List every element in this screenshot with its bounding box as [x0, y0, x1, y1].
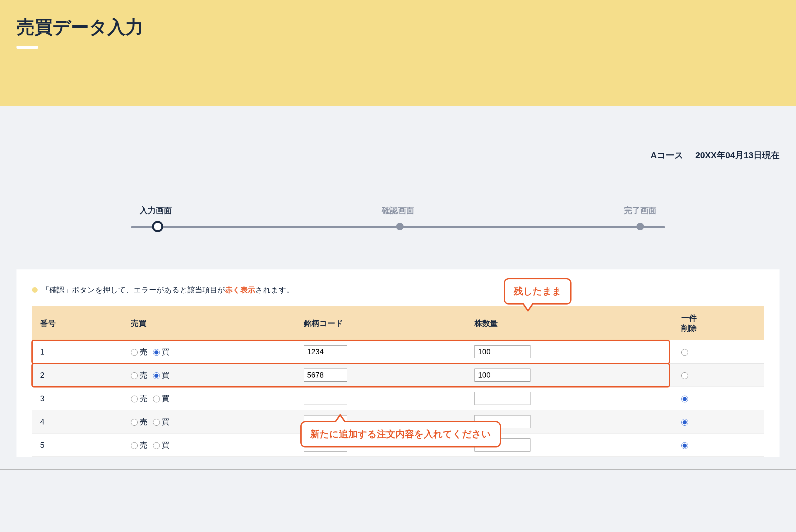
col-header-no: 番号: [32, 306, 123, 340]
step-dot-confirm: [396, 223, 404, 230]
col-header-side: 売買: [123, 306, 296, 340]
buy-label: 買: [162, 347, 169, 356]
buy-radio[interactable]: [153, 442, 160, 449]
sell-radio[interactable]: [131, 442, 138, 449]
error-hint: 「確認」ボタンを押して、エラーがあると該当項目が 赤く表示 されます。: [32, 285, 764, 295]
delete-cell: [673, 410, 764, 434]
delete-radio[interactable]: [681, 349, 688, 356]
qty-input[interactable]: [475, 368, 531, 382]
progress-stepper: 入力画面 確認画面 完了画面: [131, 205, 665, 232]
hint-post: されます。: [255, 285, 294, 295]
qty-input[interactable]: [475, 392, 531, 405]
sell-radio[interactable]: [131, 419, 138, 426]
asof-label: 20XX年04月13日現在: [695, 150, 779, 160]
qty-cell: [466, 340, 673, 364]
table-row: 2売買: [32, 364, 764, 387]
hint-red: 赤く表示: [225, 285, 255, 295]
callout-add-tail-icon: [335, 414, 346, 422]
code-input[interactable]: [304, 392, 347, 405]
delete-radio[interactable]: [681, 372, 688, 379]
buy-radio[interactable]: [153, 419, 160, 426]
context-info: Aコース 20XX年04月13日現在: [17, 150, 779, 161]
code-cell: [296, 387, 467, 410]
table-row: 1売買: [32, 340, 764, 364]
code-cell: [296, 340, 467, 364]
buy-label: 買: [162, 394, 169, 403]
delete-radio[interactable]: [681, 442, 688, 449]
course-label: Aコース: [650, 150, 683, 160]
step-label-input: 入力画面: [131, 205, 181, 216]
qty-cell: [466, 364, 673, 387]
order-form-card: 「確認」ボタンを押して、エラーがあると該当項目が 赤く表示 されます。 番号 売…: [17, 269, 779, 457]
side-cell: 売買: [123, 340, 296, 364]
buy-radio[interactable]: [153, 372, 160, 379]
sell-label: 売: [140, 371, 147, 379]
code-input[interactable]: [304, 345, 347, 358]
page-hero: 売買データ入力: [0, 0, 796, 106]
step-label-confirm: 確認画面: [373, 205, 423, 216]
sell-label: 売: [140, 347, 147, 356]
callout-keep-tail-icon: [522, 304, 534, 312]
buy-radio[interactable]: [153, 349, 160, 356]
buy-label: 買: [162, 371, 169, 379]
sell-label: 売: [140, 417, 147, 426]
side-cell: 売買: [123, 364, 296, 387]
buy-label: 買: [162, 441, 169, 449]
delete-cell: [673, 434, 764, 457]
side-cell: 売買: [123, 387, 296, 410]
table-row: 3売買: [32, 387, 764, 410]
col-header-del: 一件 削除: [673, 306, 764, 340]
col-header-code: 銘柄コード: [296, 306, 467, 340]
buy-label: 買: [162, 417, 169, 426]
hint-bullet-icon: [32, 287, 38, 293]
title-underline: [17, 46, 38, 49]
divider: [17, 174, 779, 174]
sell-label: 売: [140, 394, 147, 403]
qty-cell: [466, 387, 673, 410]
side-cell: 売買: [123, 434, 296, 457]
buy-radio[interactable]: [153, 396, 160, 402]
delete-cell: [673, 387, 764, 410]
step-dot-complete: [636, 223, 644, 230]
qty-input[interactable]: [475, 345, 531, 358]
delete-cell: [673, 340, 764, 364]
delete-cell: [673, 364, 764, 387]
col-header-qty: 株数量: [466, 306, 673, 340]
sell-radio[interactable]: [131, 349, 138, 356]
step-dot-input: [152, 221, 163, 232]
page-title: 売買データ入力: [17, 15, 779, 39]
row-number: 3: [32, 387, 123, 410]
row-number: 4: [32, 410, 123, 434]
callout-add: 新たに追加する注文内容を入れてください: [300, 421, 501, 448]
side-cell: 売買: [123, 410, 296, 434]
sell-radio[interactable]: [131, 396, 138, 402]
sell-radio[interactable]: [131, 372, 138, 379]
delete-radio[interactable]: [681, 396, 688, 402]
code-input[interactable]: [304, 368, 347, 382]
step-label-complete: 完了画面: [615, 205, 665, 216]
row-number: 1: [32, 340, 123, 364]
code-cell: [296, 364, 467, 387]
sell-label: 売: [140, 441, 147, 449]
delete-radio[interactable]: [681, 419, 688, 426]
callout-keep: 残したまま: [504, 278, 572, 305]
row-number: 2: [32, 364, 123, 387]
hint-pre: 「確認」ボタンを押して、エラーがあると該当項目が: [42, 285, 225, 295]
orders-table-wrap: 番号 売買 銘柄コード 株数量 一件 削除 1売買2売買3売買4売買5売買 残し…: [32, 306, 764, 457]
row-number: 5: [32, 434, 123, 457]
